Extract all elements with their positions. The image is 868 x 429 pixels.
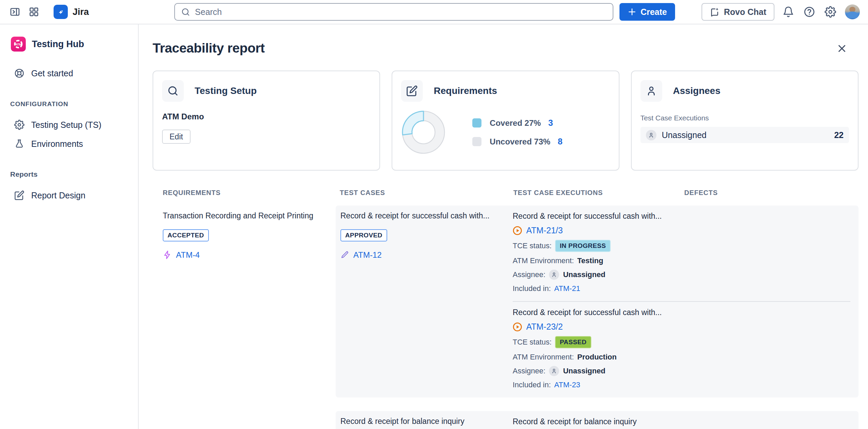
pencil-icon xyxy=(340,251,349,259)
included-in-link[interactable]: ATM-23 xyxy=(554,381,580,389)
execution-title: Record & receipt for successful cash wit… xyxy=(513,212,850,221)
page-title: Traceability report xyxy=(153,41,265,56)
test-case-cell: Record & receipt for balance inquiry APP… xyxy=(336,411,509,429)
assignees-card: Assignees Test Case Executions Unassigne… xyxy=(631,71,859,171)
environment-value: Testing xyxy=(577,256,604,265)
bell-icon xyxy=(783,6,794,18)
svg-text:ATM: ATM xyxy=(15,42,22,46)
assignee-count: 22 xyxy=(834,130,844,140)
covered-count-link[interactable]: 3 xyxy=(548,118,553,128)
search-input[interactable] xyxy=(195,7,607,17)
table-row: Record & receipt for balance inquiry APP… xyxy=(153,411,859,429)
main-content: Traceability report T xyxy=(139,24,868,429)
search-icon xyxy=(181,7,190,17)
execution-block: Record & receipt for successful cash wit… xyxy=(513,301,850,397)
sidebar-toggle-button[interactable] xyxy=(9,6,20,17)
environment-value: Production xyxy=(577,353,617,362)
legend-uncovered: Uncovered 73% 8 xyxy=(472,137,563,147)
edit-icon xyxy=(401,80,423,102)
column-header-requirements: REQUIREMENTS xyxy=(153,189,336,197)
gear-icon xyxy=(825,6,836,18)
edit-icon xyxy=(14,190,24,200)
card-title: Requirements xyxy=(434,85,497,96)
assignee-value: Unassigned xyxy=(563,270,606,279)
donut-legend: Covered 27% 3 Uncovered 73% 8 xyxy=(472,118,563,147)
help-icon xyxy=(804,6,815,18)
user-avatar[interactable] xyxy=(845,4,860,19)
sidebar-item-get-started[interactable]: Get started xyxy=(9,64,130,83)
person-icon xyxy=(640,80,662,102)
tce-status-badge: PASSED xyxy=(555,336,591,348)
left-sidebar: ATM Testing Hub Get started CONFIGURATIO… xyxy=(0,24,139,429)
table-row: Transaction Recording and Receipt Printi… xyxy=(153,206,859,397)
included-in-link[interactable]: ATM-21 xyxy=(554,284,580,293)
close-report-button[interactable] xyxy=(836,43,848,54)
covered-swatch xyxy=(472,118,481,128)
jira-logo-icon xyxy=(54,5,68,19)
sidebar-section-configuration: CONFIGURATION xyxy=(9,100,130,108)
rovo-chat-button[interactable]: Rovo Chat xyxy=(702,3,774,21)
app-header: ATM Testing Hub xyxy=(9,37,130,52)
card-title: Assignees xyxy=(673,85,721,96)
status-badge: ACCEPTED xyxy=(163,229,209,241)
search-icon xyxy=(162,80,184,102)
help-button[interactable] xyxy=(799,3,820,21)
uncovered-count-link[interactable]: 8 xyxy=(558,137,563,147)
uncovered-swatch xyxy=(472,137,481,146)
settings-button[interactable] xyxy=(820,3,841,21)
executions-cell: Record & receipt for successful cash wit… xyxy=(509,206,859,397)
sidebar-section-reports: Reports xyxy=(9,170,130,178)
unassigned-avatar-icon xyxy=(646,130,656,140)
app-title: Testing Hub xyxy=(32,39,84,50)
sidebar-item-label: Get started xyxy=(31,69,73,78)
bolt-icon xyxy=(163,250,172,259)
sidebar-item-label: Report Design xyxy=(31,191,85,200)
rovo-chat-icon xyxy=(710,7,720,17)
requirement-key-link[interactable]: ATM-4 xyxy=(176,250,200,260)
edit-button[interactable]: Edit xyxy=(162,130,191,144)
close-icon xyxy=(836,43,848,54)
create-button[interactable]: Create xyxy=(619,3,675,21)
requirements-donut-chart xyxy=(401,110,446,155)
test-case-cell: Record & receipt for successful cash wit… xyxy=(336,206,509,397)
sidebar-item-report-design[interactable]: Report Design xyxy=(9,186,130,205)
traceability-table-header: REQUIREMENTS TEST CASES TEST CASE EXECUT… xyxy=(153,189,859,197)
sidebar-item-environments[interactable]: Environments xyxy=(9,134,130,153)
requirements-card: Requirements Covered 27% 3 xyxy=(392,71,619,171)
play-circle-icon xyxy=(513,322,522,332)
app-grid-icon xyxy=(28,6,39,17)
column-header-test-case-executions: TEST CASE EXECUTIONS xyxy=(509,189,683,197)
assignees-subtitle: Test Case Executions xyxy=(640,114,849,122)
global-search[interactable] xyxy=(174,3,613,21)
execution-key-link[interactable]: ATM-23/2 xyxy=(526,322,563,332)
execution-title: Record & receipt for successful cash wit… xyxy=(513,308,850,317)
test-case-title: Record & receipt for successful cash wit… xyxy=(340,211,502,221)
requirement-cell-empty xyxy=(153,411,336,429)
lifebuoy-icon xyxy=(14,68,24,78)
status-badge: APPROVED xyxy=(340,229,387,241)
assignee-row-unassigned[interactable]: Unassigned 22 xyxy=(640,127,849,143)
test-case-title: Record & receipt for balance inquiry xyxy=(340,416,502,427)
requirement-cell: Transaction Recording and Receipt Printi… xyxy=(153,206,336,397)
execution-block: Record & receipt for balance inquiry ATM… xyxy=(513,411,850,429)
top-navigation-bar: Jira Create Rovo Chat xyxy=(0,0,868,24)
jira-app-name: Jira xyxy=(73,7,89,17)
test-case-key-link[interactable]: ATM-12 xyxy=(353,250,382,260)
row-panel: Record & receipt for successful cash wit… xyxy=(336,206,859,397)
execution-title: Record & receipt for balance inquiry xyxy=(513,417,850,426)
assignee-value: Unassigned xyxy=(563,367,606,375)
column-header-defects: DEFECTS xyxy=(683,189,859,197)
testing-setup-card: Testing Setup ATM Demo Edit xyxy=(153,71,380,171)
assignee-avatar-icon xyxy=(549,270,559,280)
jira-brand[interactable]: Jira xyxy=(54,5,89,19)
assignee-avatar-icon xyxy=(549,366,559,376)
execution-key-link[interactable]: ATM-21/3 xyxy=(526,226,563,235)
notifications-button[interactable] xyxy=(778,3,799,21)
sidebar-item-label: Environments xyxy=(31,139,83,149)
app-switcher-button[interactable] xyxy=(28,6,39,17)
requirement-title: Transaction Recording and Receipt Printi… xyxy=(163,211,329,221)
legend-covered: Covered 27% 3 xyxy=(472,118,563,128)
plus-icon xyxy=(628,7,636,16)
execution-block: Record & receipt for successful cash wit… xyxy=(513,206,850,301)
sidebar-item-testing-setup[interactable]: Testing Setup (TS) xyxy=(9,115,130,134)
